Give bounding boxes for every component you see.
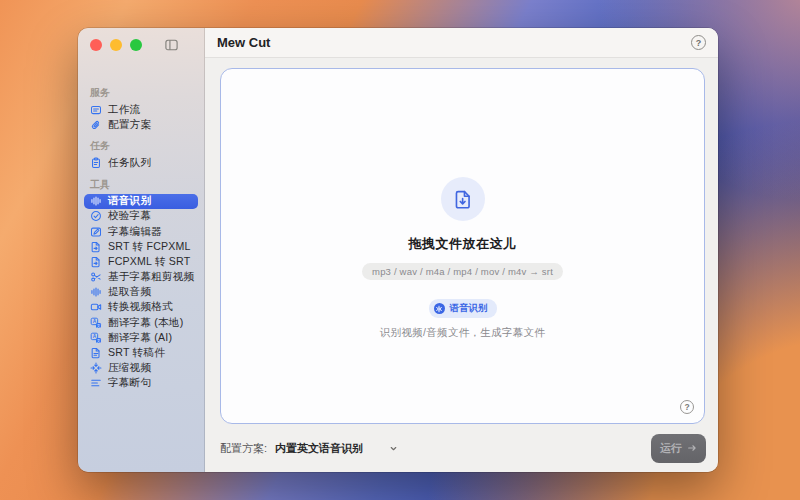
segment-lines-icon: [90, 377, 102, 389]
sidebar-item-translate-subtitles-ai[interactable]: 翻译字幕 (AI): [84, 330, 198, 345]
compress-icon: [90, 362, 102, 374]
sidebar-item-config-scheme[interactable]: 配置方案: [84, 117, 198, 132]
run-button-label: 运行: [660, 441, 682, 456]
help-button[interactable]: ?: [691, 35, 706, 50]
sidebar-item-label: 提取音频: [108, 285, 151, 299]
doc-convert-icon: [90, 241, 102, 253]
sidebar-section-services: 服务: [90, 87, 192, 99]
translate-icon: [90, 317, 102, 329]
sidebar-item-label: 校验字幕: [108, 209, 151, 223]
sidebar-item-label: 语音识别: [108, 194, 151, 208]
sidebar-item-label: 转换视频格式: [108, 300, 173, 314]
footer-bar: 配置方案: 内置英文语音识别 运行: [205, 424, 718, 472]
video-camera-icon: [90, 301, 102, 313]
tool-badge: 语音识别: [429, 299, 497, 318]
sidebar: 服务 工作流 配置方案 任务 任务队列 工具 语音识别 校验字幕 字幕编辑器: [78, 28, 205, 472]
tool-badge-label: 语音识别: [450, 302, 488, 315]
sidebar-item-workflow[interactable]: 工作流: [84, 102, 198, 117]
scissors-icon: [90, 271, 102, 283]
sidebar-toggle-icon[interactable]: [164, 38, 179, 52]
config-scheme-value: 内置英文语音识别: [275, 441, 363, 456]
sidebar-item-convert-video-format[interactable]: 转换视频格式: [84, 300, 198, 315]
sidebar-item-label: 翻译字幕 (本地): [108, 316, 183, 330]
content-area: 拖拽文件放在这儿 mp3 / wav / m4a / mp4 / mov / m…: [205, 58, 718, 472]
sidebar-item-label: 字幕编辑器: [108, 225, 162, 239]
sidebar-item-label: 字幕断句: [108, 376, 151, 390]
sidebar-item-rough-cut-by-subtitles[interactable]: 基于字幕粗剪视频: [84, 270, 198, 285]
sidebar-item-label: 基于字幕粗剪视频: [108, 270, 194, 284]
gear-icon: [434, 303, 445, 314]
sidebar-item-extract-audio[interactable]: 提取音频: [84, 285, 198, 300]
document-icon: [90, 347, 102, 359]
sidebar-item-subtitle-segmentation[interactable]: 字幕断句: [84, 376, 198, 391]
sidebar-item-label: SRT 转稿件: [108, 346, 165, 360]
chevron-down-icon: [389, 444, 398, 453]
zoom-window-button[interactable]: [130, 39, 142, 51]
sidebar-item-label: 翻译字幕 (AI): [108, 331, 172, 345]
dropzone-title: 拖拽文件放在这儿: [409, 235, 517, 253]
check-circle-icon: [90, 210, 102, 222]
file-dropzone[interactable]: 拖拽文件放在这儿 mp3 / wav / m4a / mp4 / mov / m…: [220, 68, 705, 424]
arrow-right-icon: [687, 443, 697, 453]
sidebar-section-tasks: 任务: [90, 140, 192, 152]
clipboard-icon: [90, 157, 102, 169]
sidebar-item-srt-to-manuscript[interactable]: SRT 转稿件: [84, 345, 198, 360]
dropzone-caption: 识别视频/音频文件，生成字幕文件: [380, 326, 545, 340]
dropzone-help-button[interactable]: ?: [680, 400, 694, 414]
translate-icon: [90, 332, 102, 344]
minimize-window-button[interactable]: [110, 39, 122, 51]
paperclip-icon: [90, 119, 102, 131]
run-button[interactable]: 运行: [651, 434, 706, 463]
waveform-icon: [90, 286, 102, 298]
sidebar-item-speech-recognition[interactable]: 语音识别: [84, 194, 198, 209]
doc-convert-icon: [90, 256, 102, 268]
sidebar-item-label: 配置方案: [108, 118, 151, 132]
sidebar-item-subtitle-editor[interactable]: 字幕编辑器: [84, 224, 198, 239]
page-title: Mew Cut: [217, 35, 270, 50]
sidebar-section-tools: 工具: [90, 179, 192, 191]
workflow-icon: [90, 104, 102, 116]
subtitle-editor-icon: [90, 226, 102, 238]
supported-formats-pill: mp3 / wav / m4a / mp4 / mov / m4v → srt: [362, 263, 563, 280]
sidebar-item-compress-video[interactable]: 压缩视频: [84, 361, 198, 376]
config-scheme-label: 配置方案:: [220, 441, 267, 456]
sidebar-item-label: 压缩视频: [108, 361, 151, 375]
sidebar-item-label: SRT 转 FCPXML: [108, 240, 191, 254]
sidebar-item-label: FCPXML 转 SRT: [108, 255, 190, 269]
sidebar-item-fcpxml-to-srt[interactable]: FCPXML 转 SRT: [84, 254, 198, 269]
sidebar-item-srt-to-fcpxml[interactable]: SRT 转 FCPXML: [84, 239, 198, 254]
waveform-icon: [90, 195, 102, 207]
close-window-button[interactable]: [90, 39, 102, 51]
sidebar-item-label: 工作流: [108, 103, 140, 117]
window-controls: [84, 28, 198, 62]
sidebar-item-task-queue[interactable]: 任务队列: [84, 155, 198, 170]
main-panel: Mew Cut ? 拖拽文件放在这儿 mp3 / wav / m4a / mp4…: [205, 28, 718, 472]
sidebar-item-validate-subtitles[interactable]: 校验字幕: [84, 209, 198, 224]
config-scheme-dropdown[interactable]: 内置英文语音识别: [275, 441, 398, 456]
app-window: 服务 工作流 配置方案 任务 任务队列 工具 语音识别 校验字幕 字幕编辑器: [78, 28, 718, 472]
sidebar-item-label: 任务队列: [108, 156, 151, 170]
sidebar-item-translate-subtitles-local[interactable]: 翻译字幕 (本地): [84, 315, 198, 330]
titlebar: Mew Cut ?: [205, 28, 718, 58]
file-download-icon: [441, 177, 485, 221]
